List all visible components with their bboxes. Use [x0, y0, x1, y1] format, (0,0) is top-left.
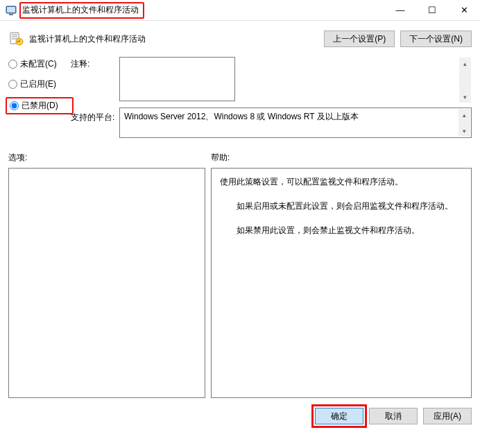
- scroll-up-icon[interactable]: ▴: [458, 109, 470, 121]
- radio-disabled[interactable]: 已禁用(D): [6, 97, 74, 114]
- radio-not-configured-input[interactable]: [8, 60, 17, 69]
- minimize-icon: —: [396, 5, 405, 15]
- close-button[interactable]: ✕: [448, 0, 480, 21]
- scroll-down-icon[interactable]: ▾: [459, 91, 471, 103]
- comment-scrollbar[interactable]: ▴ ▾: [459, 58, 471, 103]
- radio-enabled[interactable]: 已启用(E): [8, 78, 71, 90]
- radio-not-configured[interactable]: 未配置(C): [8, 58, 71, 70]
- scroll-down-icon[interactable]: ▾: [458, 125, 470, 137]
- radio-enabled-input[interactable]: [8, 80, 17, 89]
- app-icon: [6, 5, 17, 16]
- svg-rect-9: [17, 41, 19, 42]
- help-label: 帮助:: [211, 152, 472, 164]
- policy-icon: [8, 31, 24, 46]
- apply-button[interactable]: 应用(A): [423, 408, 472, 424]
- comment-textarea[interactable]: [119, 57, 235, 101]
- state-radio-group: 未配置(C) 已启用(E) 已禁用(D): [8, 57, 71, 138]
- help-paragraph: 如果启用或未配置此设置，则会启用监视文件和程序活动。: [220, 200, 463, 213]
- options-pane: [8, 168, 205, 398]
- close-icon: ✕: [461, 5, 468, 15]
- policy-header: 监视计算机上的文件和程序活动 上一个设置(P) 下一个设置(N): [8, 21, 472, 53]
- platform-label: 支持的平台:: [71, 107, 119, 123]
- svg-rect-2: [9, 14, 13, 15]
- policy-title: 监视计算机上的文件和程序活动: [29, 33, 146, 45]
- radio-disabled-input[interactable]: [10, 101, 19, 110]
- help-paragraph: 使用此策略设置，可以配置监视文件和程序活动。: [220, 175, 463, 189]
- radio-not-configured-label: 未配置(C): [20, 58, 57, 70]
- minimize-button[interactable]: —: [384, 0, 416, 21]
- supported-platforms-box: Windows Server 2012、Windows 8 或 Windows …: [119, 107, 472, 138]
- previous-setting-button[interactable]: 上一个设置(P): [324, 31, 395, 47]
- maximize-icon: ☐: [428, 5, 436, 15]
- dialog-buttons: 确定 取消 应用(A): [8, 398, 472, 424]
- svg-rect-1: [7, 7, 15, 12]
- supported-platforms-text: Windows Server 2012、Windows 8 或 Windows …: [124, 112, 359, 121]
- help-paragraph: 如果禁用此设置，则会禁止监视文件和程序活动。: [220, 224, 463, 237]
- platform-scrollbar[interactable]: ▴ ▾: [458, 109, 470, 137]
- options-label: 选项:: [8, 152, 211, 164]
- title-bar: 监视计算机上的文件和程序活动 — ☐ ✕: [0, 0, 480, 21]
- ok-button[interactable]: 确定: [315, 408, 363, 424]
- radio-enabled-label: 已启用(E): [20, 78, 56, 90]
- maximize-button[interactable]: ☐: [416, 0, 448, 21]
- help-pane: 使用此策略设置，可以配置监视文件和程序活动。 如果启用或未配置此设置，则会启用监…: [211, 168, 472, 398]
- radio-disabled-label: 已禁用(D): [22, 100, 58, 112]
- scroll-up-icon[interactable]: ▴: [459, 58, 471, 69]
- window-title: 监视计算机上的文件和程序活动: [19, 2, 144, 19]
- dialog-content: 监视计算机上的文件和程序活动 上一个设置(P) 下一个设置(N) 未配置(C) …: [0, 21, 480, 448]
- comment-label: 注释:: [71, 57, 119, 70]
- cancel-button[interactable]: 取消: [369, 408, 418, 424]
- next-setting-button[interactable]: 下一个设置(N): [400, 31, 472, 47]
